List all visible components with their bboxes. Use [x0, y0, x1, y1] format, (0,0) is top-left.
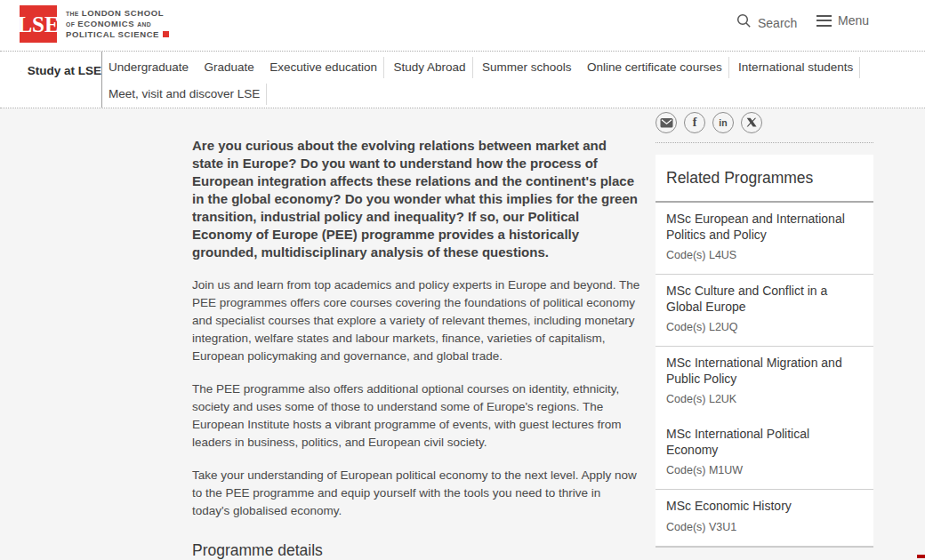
linkedin-icon: in [719, 118, 727, 128]
email-icon [660, 117, 673, 129]
lse-logo-mark: LSE [20, 5, 57, 43]
chevron-left-icon [20, 66, 21, 77]
section-nav: Study at LSE Undergraduate Graduate Exec… [0, 52, 925, 108]
email-share-button[interactable] [656, 112, 677, 133]
linkedin-share-button[interactable]: in [712, 112, 734, 133]
nav-row-1: Undergraduate Graduate Executive educati… [109, 56, 925, 80]
programme-title-link[interactable]: MSc International Migration and Public P… [666, 356, 863, 387]
related-programme-item[interactable]: MSc Economic History Code(s) V3U1 [656, 490, 873, 547]
related-programme-item[interactable]: MSc Culture and Conflict in a Global Eur… [656, 275, 873, 347]
programme-details-heading: Programme details [192, 541, 641, 560]
hamburger-icon [816, 15, 832, 27]
programme-code: Code(s) L2UQ [666, 321, 863, 333]
facebook-share-button[interactable]: f [684, 112, 705, 133]
body-paragraph: The PEE programme also offers additional… [192, 380, 641, 452]
programme-code: Code(s) L4US [666, 249, 863, 261]
corner-red-artifact [917, 555, 925, 558]
intro-paragraph: Are you curious about the evolving relat… [192, 137, 641, 261]
sidebar: f in Related Programmes MSc European and… [656, 108, 873, 548]
nav-item[interactable]: Meet, visit and discover LSE [109, 84, 267, 105]
nav-item[interactable]: Summer schools [482, 57, 572, 78]
programme-title-link[interactable]: MSc Economic History [666, 499, 863, 515]
lse-logo[interactable]: LSE THE LONDON SCHOOL OF ECONOMICS AND P… [20, 5, 169, 43]
body-paragraph: Take your understanding of European poli… [192, 467, 641, 520]
nav-back-study-at-lse[interactable]: Study at LSE [0, 52, 102, 108]
search-label: Search [758, 16, 797, 30]
facebook-icon: f [693, 116, 697, 129]
wordmark-political-science: POLITICAL SCIENCE [66, 29, 159, 40]
related-programme-item[interactable]: MSc European and International Politics … [656, 203, 873, 275]
search-icon [736, 13, 752, 32]
nav-item[interactable]: Graduate [205, 57, 254, 78]
nav-links: Undergraduate Graduate Executive educati… [102, 52, 925, 108]
nav-item[interactable]: Study Abroad [394, 57, 473, 78]
nav-item[interactable]: Executive education [269, 57, 384, 78]
related-programmes-heading: Related Programmes [656, 155, 873, 203]
programme-title-link[interactable]: MSc European and International Politics … [666, 212, 863, 243]
x-share-button[interactable] [741, 112, 762, 133]
related-programme-item[interactable]: MSc International Political Economy Code… [656, 418, 873, 490]
nav-row-2: Meet, visit and discover LSE [109, 83, 925, 107]
nav-item[interactable]: Online certificate courses [587, 57, 729, 78]
programme-code: Code(s) L2UK [666, 393, 863, 405]
related-programmes-panel: Related Programmes MSc European and Inte… [656, 155, 873, 548]
menu-button[interactable]: Menu [816, 13, 869, 28]
nav-back-label: Study at LSE [28, 64, 101, 78]
lse-wordmark: THE LONDON SCHOOL OF ECONOMICS AND POLIT… [66, 5, 169, 40]
article-body: Are you curious about the evolving relat… [192, 108, 641, 560]
body-paragraph: Join us and learn from top academics and… [192, 276, 641, 365]
x-icon [746, 117, 757, 128]
red-square-icon [163, 31, 169, 37]
search-button[interactable]: Search [736, 13, 797, 32]
share-bar: f in [656, 108, 873, 143]
nav-item[interactable]: International students [738, 57, 860, 78]
wordmark-london-school: LONDON SCHOOL [82, 8, 164, 19]
programme-title-link[interactable]: MSc International Political Economy [666, 427, 863, 458]
programme-title-link[interactable]: MSc Culture and Conflict in a Global Eur… [666, 284, 863, 315]
body-paragraphs: Join us and learn from top academics and… [192, 276, 641, 520]
menu-label: Menu [838, 13, 869, 28]
programme-code: Code(s) M1UW [666, 464, 863, 476]
related-programme-item[interactable]: MSc International Migration and Public P… [656, 347, 873, 418]
nav-item[interactable]: Undergraduate [109, 57, 189, 78]
site-header: LSE THE LONDON SCHOOL OF ECONOMICS AND P… [0, 0, 925, 52]
programme-code: Code(s) V3U1 [666, 521, 863, 533]
related-programmes-list: MSc European and International Politics … [656, 203, 873, 547]
wordmark-economics: ECONOMICS [77, 19, 134, 29]
